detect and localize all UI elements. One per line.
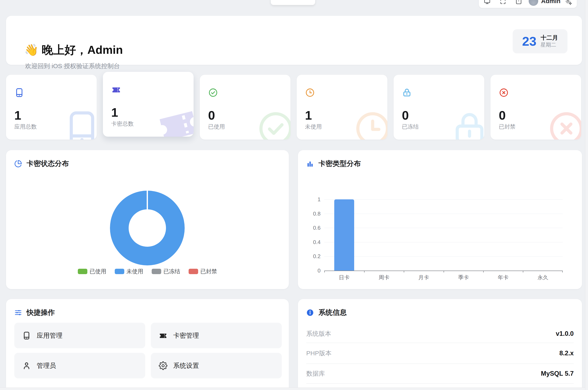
bar-chart-icon [306,160,314,168]
vertical-scrollbar[interactable] [585,0,588,390]
desktop-icon[interactable] [484,0,491,5]
settings-gears-icon[interactable] [565,0,572,6]
x-tick-label: 年卡 [483,274,523,281]
y-tick-label: 0 [305,267,321,274]
lock-icon [402,88,412,98]
pie-chart-icon [14,160,22,168]
info-value: 8.2.x [559,349,574,357]
date-month: 十二月 [541,34,558,41]
user-avatar[interactable] [529,0,538,6]
greeting-title: 👋 晚上好，Admin [24,42,123,58]
bar-daily [334,199,354,271]
lock-watermark-icon [450,109,484,140]
stat-label: 已使用 [208,123,225,130]
quick-action-settings[interactable]: 系统设置 [151,353,282,378]
bar-plot-area: 1 0.8 0.6 0.4 0.2 0 日卡 周卡 月卡 季卡 年卡 永久 [324,199,563,271]
topbar-toolbar: Admin [479,0,577,8]
stat-value: 0 [208,109,215,122]
info-icon [306,309,314,316]
key-status-chart-card: 卡密状态分布 已使用 未使用 已冻结 已封禁 [6,150,289,289]
info-value: v1.0.0 [556,330,574,338]
y-tick-label: 0.4 [305,239,321,245]
x-circle-watermark-icon [547,109,581,140]
legend-item-banned[interactable]: 已封禁 [189,268,217,275]
date-weekday: 星期二 [541,41,558,49]
stat-label: 已冻结 [402,123,419,130]
legend-item-unused[interactable]: 未使用 [115,268,143,275]
x-tick-label: 月卡 [404,274,444,281]
donut-chart [110,191,185,265]
quick-action-admins[interactable]: 管理员 [14,353,145,378]
stat-label: 应用总数 [14,123,37,130]
stat-card-keys-total[interactable]: 1 卡密总数 [103,72,194,137]
fullscreen-icon[interactable] [500,0,506,5]
x-tick-label: 周卡 [364,274,404,281]
system-info-row: 系统版本 v1.0.0 [306,325,574,343]
stat-label: 未使用 [305,123,322,130]
stat-label: 卡密总数 [111,120,134,128]
legend-chip [78,269,87,274]
legend-chip [189,269,198,274]
legend-chip [115,269,124,274]
stat-card-used[interactable]: 0 已使用 [200,75,291,140]
stat-card-unused[interactable]: 1 未使用 [297,75,387,140]
system-info-card: 系统信息 系统版本 v1.0.0 PHP版本 8.2.x 数据库 MySQL 5… [298,299,582,390]
donut-slice-gap [147,191,148,210]
stat-value: 0 [499,109,506,122]
dashboard-page: Admin 👋 晚上好，Admin 欢迎回到 iOS 授权验证系统控制台 23 … [0,0,588,390]
stat-card-banned[interactable]: 0 已封禁 [491,75,581,140]
quick-action-apps[interactable]: 应用管理 [14,323,145,348]
stat-value: 0 [402,109,409,122]
greeting-subtitle: 欢迎回到 iOS 授权验证系统控制台 [25,62,120,70]
x-tick-label: 季卡 [444,274,483,281]
check-circle-icon [208,88,218,98]
stat-value: 1 [14,109,21,122]
system-info-title: 系统信息 [319,308,347,317]
clock-icon [305,88,315,98]
stat-card-apps[interactable]: 1 应用总数 [6,75,97,140]
y-tick-label: 0.6 [305,225,321,231]
check-circle-watermark-icon [256,109,291,140]
quick-action-keys[interactable]: 卡密管理 [151,323,282,348]
clock-watermark-icon [353,109,387,140]
top-center-panel [271,0,315,5]
y-tick-label: 0.8 [305,210,321,217]
stat-value: 1 [111,106,118,119]
x-tick-label: 永久 [523,274,563,281]
user-icon [22,361,31,370]
legend-chip [152,269,161,274]
smartphone-icon [22,331,31,340]
pie-card-title: 卡密状态分布 [27,159,69,168]
quick-actions-card: 快捷操作 应用管理 卡密管理 管理员 系统设置 [6,299,289,390]
donut-hole [129,209,166,247]
horizontal-scrollbar[interactable] [0,388,588,390]
y-tick-label: 0.2 [305,253,321,260]
welcome-banner: 👋 晚上好，Admin 欢迎回到 iOS 授权验证系统控制台 [6,16,582,65]
info-label: 数据库 [306,369,325,378]
y-tick-label: 1 [305,196,321,203]
info-label: PHP版本 [306,349,332,358]
smartphone-watermark-icon [62,109,97,140]
stat-card-frozen[interactable]: 0 已冻结 [394,75,484,140]
date-widget: 23 十二月 星期二 [513,29,567,53]
system-info-row: PHP版本 8.2.x [306,343,574,364]
quick-actions-title: 快捷操作 [27,308,55,317]
system-info-row: 数据库 MySQL 5.7 [306,364,574,384]
key-type-chart-card: 卡密类型分布 1 0.8 0.6 0.4 0.2 0 日卡 周卡 月卡 季卡 年 [298,150,582,289]
gear-icon [159,361,168,370]
x-circle-icon [499,88,509,98]
username-label: Admin [541,0,560,4]
stat-label: 已封禁 [499,123,516,130]
smartphone-icon [14,88,24,98]
info-label: 系统版本 [306,330,331,338]
theme-icon[interactable] [515,0,522,5]
legend-item-frozen[interactable]: 已冻结 [152,268,180,275]
x-tick-label: 日卡 [324,274,364,281]
stat-value: 1 [305,109,312,122]
legend-item-used[interactable]: 已使用 [78,268,106,275]
pie-legend: 已使用 未使用 已冻结 已封禁 [6,268,289,275]
info-value: MySQL 5.7 [541,370,574,377]
ticket-watermark-icon [151,98,194,137]
bar-card-title: 卡密类型分布 [319,159,361,168]
ticket-icon [159,331,168,340]
